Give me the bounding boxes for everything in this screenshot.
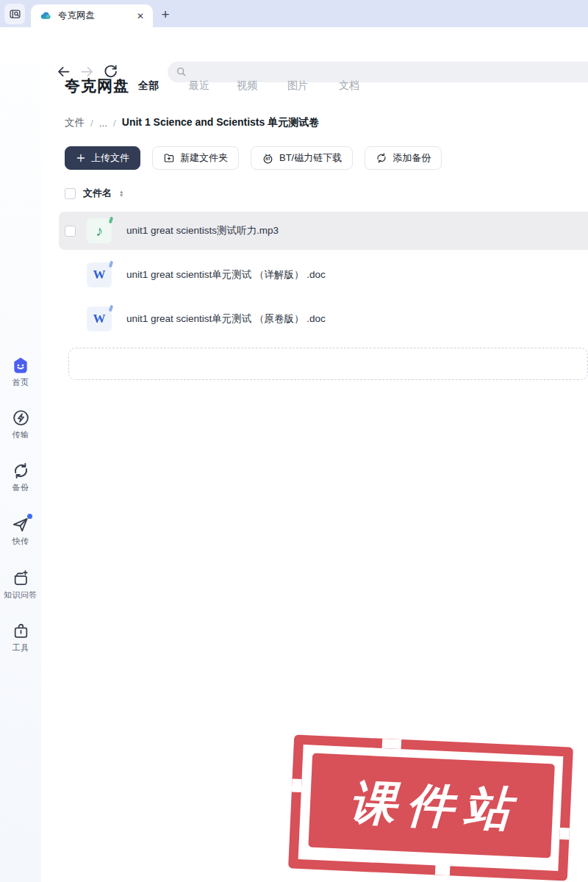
sidebar-item-tools[interactable]: 工具 (0, 622, 41, 653)
bt-download-icon: BT (262, 152, 274, 165)
sidebar-item-transfer[interactable]: 传输 (0, 409, 41, 440)
window-search-button[interactable] (4, 4, 25, 24)
toolbox-icon (0, 622, 41, 640)
plus-icon (76, 153, 86, 163)
breadcrumb: 文件 / ... / Unit 1 Science and Scientists… (65, 116, 319, 129)
tab-all[interactable]: 全部 (138, 79, 159, 93)
drop-zone[interactable] (68, 348, 588, 380)
page-title: 夸克网盘 (65, 76, 129, 96)
word-file-icon: W (87, 262, 112, 287)
tab-close-icon[interactable]: ✕ (137, 11, 144, 21)
sidebar-item-backup[interactable]: 备份 (0, 462, 41, 493)
browser-search-input[interactable] (168, 62, 588, 82)
folder-plus-icon (163, 152, 175, 164)
file-name[interactable]: unit1 great scientists测试听力.mp3 (126, 224, 279, 237)
svg-text:BT: BT (265, 157, 270, 161)
stamp-body: 课件站 (308, 753, 554, 858)
sidebar-item-label: 备份 (0, 482, 41, 493)
notification-dot (27, 514, 32, 519)
sidebar-item-knowledge[interactable]: 知识问答 (0, 569, 41, 600)
sidebar-item-home[interactable]: 首页 (0, 356, 41, 388)
file-row-doc-original[interactable]: W unit1 great scientist单元测试 （原卷版） .doc (59, 300, 588, 338)
browser-tab-active[interactable]: 夸克网盘 ✕ (31, 4, 153, 27)
transfer-icon (0, 409, 41, 427)
tab-doc[interactable]: 文档 (339, 79, 359, 93)
backup-circle-icon (376, 152, 387, 164)
sidebar-item-quick-send[interactable]: 快传 (0, 514, 41, 547)
sidebar: 首页 传输 备份 快传 (0, 62, 41, 882)
browser-tab-bar: 夸克网盘 ✕ + (0, 0, 588, 27)
select-all-checkbox[interactable] (65, 188, 76, 199)
sidebar-item-label: 快传 (0, 536, 41, 547)
file-name[interactable]: unit1 great scientist单元测试 （详解版） .doc (126, 268, 326, 282)
word-file-icon: W (87, 306, 112, 331)
tab-title: 夸克网盘 (58, 10, 131, 22)
search-icon (176, 66, 187, 78)
quick-send-icon (0, 514, 41, 534)
breadcrumb-ellipsis[interactable]: ... (99, 118, 107, 129)
row-checkbox[interactable] (65, 226, 76, 237)
sort-icon[interactable]: ▲ ▼ (119, 190, 123, 197)
browser-toolbar (0, 27, 588, 62)
filename-column-header[interactable]: 文件名 (83, 187, 112, 200)
file-name[interactable]: unit1 great scientist单元测试 （原卷版） .doc (126, 312, 326, 326)
sidebar-item-label: 首页 (0, 377, 41, 388)
new-folder-button[interactable]: 新建文件夹 (152, 146, 239, 170)
breadcrumb-root[interactable]: 文件 (65, 116, 85, 129)
table-header: 文件名 ▲ ▼ (65, 187, 123, 200)
upload-file-button[interactable]: 上传文件 (65, 146, 140, 170)
new-tab-button[interactable]: + (156, 5, 175, 24)
tab-recent[interactable]: 最近 (189, 79, 209, 93)
window-search-icon (9, 8, 21, 21)
quark-cloud-logo-icon (40, 10, 52, 22)
sidebar-item-label: 知识问答 (0, 589, 41, 600)
knowledge-icon (0, 569, 41, 587)
stamp-text: 课件站 (340, 770, 523, 842)
add-backup-button[interactable]: 添加备份 (365, 146, 442, 170)
backup-icon (0, 462, 41, 480)
tab-image[interactable]: 图片 (287, 79, 308, 93)
breadcrumb-current: Unit 1 Science and Scientists 单元测试卷 (122, 116, 319, 129)
file-row-doc-detailed[interactable]: W unit1 great scientist单元测试 （详解版） .doc (59, 256, 588, 294)
action-bar: 上传文件 新建文件夹 BT BT/磁力链下载 添加备份 (65, 146, 442, 170)
tab-video[interactable]: 视频 (237, 79, 257, 93)
bt-magnet-download-button[interactable]: BT BT/磁力链下载 (251, 146, 353, 170)
sidebar-item-label: 传输 (0, 429, 41, 440)
file-row-mp3[interactable]: ♪ unit1 great scientists测试听力.mp3 (59, 212, 588, 250)
sidebar-item-label: 工具 (0, 642, 41, 653)
audio-file-icon: ♪ (87, 218, 112, 243)
watermark-stamp: 课件站 (288, 734, 573, 881)
home-icon (0, 356, 41, 375)
